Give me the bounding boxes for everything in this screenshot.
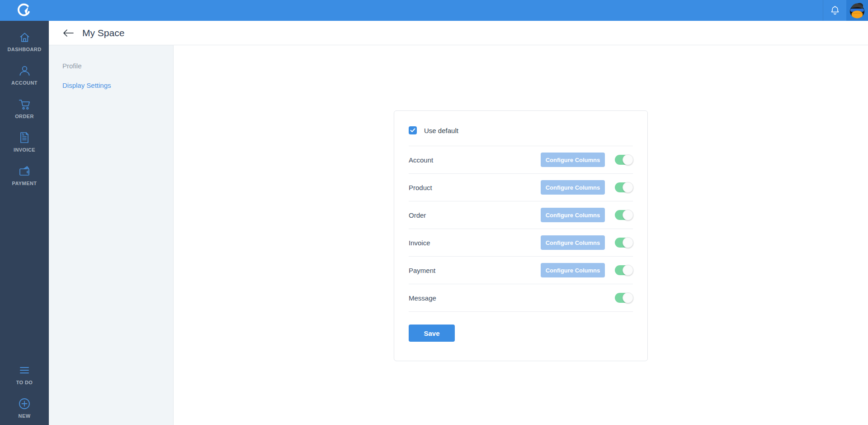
sidebar-item-order[interactable]: ORDER: [0, 98, 49, 119]
setting-row-order: Order Configure Columns: [409, 201, 633, 229]
toggle-invoice[interactable]: [615, 238, 633, 248]
user-menu[interactable]: [846, 0, 868, 21]
row-label: Order: [409, 211, 541, 219]
topbar: [0, 0, 868, 21]
toggle-knob: [623, 182, 633, 193]
setting-row-invoice: Invoice Configure Columns: [409, 229, 633, 257]
user-icon: [19, 64, 31, 77]
wallet-icon: [18, 165, 31, 177]
sidebar-item-label: INVOICE: [14, 147, 35, 153]
sidebar-footer: TO DO NEW: [0, 364, 49, 425]
sidebar-item-label: TO DO: [16, 380, 33, 385]
row-label: Product: [409, 184, 541, 191]
use-default-checkbox[interactable]: [409, 126, 417, 134]
sidebar-item-label: ACCOUNT: [11, 80, 38, 86]
toggle-message[interactable]: [615, 293, 633, 303]
setting-row-account: Account Configure Columns: [409, 146, 633, 174]
toggle-account[interactable]: [615, 155, 633, 165]
cart-icon: [18, 98, 31, 110]
row-label: Payment: [409, 267, 541, 274]
toggle-order[interactable]: [615, 210, 633, 220]
setting-row-message: Message: [409, 284, 633, 312]
settings-subnav: Profile Display Settings: [49, 45, 174, 425]
penguin-avatar: [848, 1, 866, 19]
back-button[interactable]: [62, 28, 74, 38]
hamburger-icon: [19, 364, 30, 377]
setting-row-product: Product Configure Columns: [409, 174, 633, 201]
save-button[interactable]: Save: [409, 325, 455, 342]
setting-row-payment: Payment Configure Columns: [409, 257, 633, 284]
display-settings-card: Use default Account Configure Columns Pr…: [394, 110, 648, 361]
sidebar-item-invoice[interactable]: $ INVOICE: [0, 131, 49, 153]
use-default-label: Use default: [424, 127, 458, 134]
sidebar-item-todo[interactable]: TO DO: [0, 364, 49, 385]
sidebar: DASHBOARD ACCOUNT ORDER: [0, 21, 49, 425]
page-header: My Space: [49, 21, 868, 45]
toggle-knob: [623, 237, 633, 248]
configure-columns-button-payment[interactable]: Configure Columns: [541, 263, 605, 277]
subnav-item-display-settings[interactable]: Display Settings: [62, 81, 173, 89]
use-default-row: Use default: [409, 111, 633, 146]
plus-circle-icon: [18, 397, 31, 410]
sidebar-item-new[interactable]: NEW: [0, 397, 49, 419]
row-label: Message: [409, 294, 615, 302]
home-icon: [19, 31, 31, 43]
sidebar-item-dashboard[interactable]: DASHBOARD: [0, 31, 49, 52]
sidebar-item-payment[interactable]: PAYMENT: [0, 165, 49, 186]
toggle-knob: [623, 154, 633, 165]
row-label: Account: [409, 156, 541, 164]
row-label: Invoice: [409, 239, 541, 247]
toggle-payment[interactable]: [615, 265, 633, 275]
sidebar-item-label: DASHBOARD: [7, 47, 41, 52]
subnav-item-profile[interactable]: Profile: [62, 62, 173, 70]
app-logo[interactable]: [0, 0, 49, 21]
main-area: Use default Account Configure Columns Pr…: [174, 45, 868, 425]
brand-logo-icon: [17, 3, 32, 18]
configure-columns-button-product[interactable]: Configure Columns: [541, 180, 605, 195]
notifications-button[interactable]: [823, 0, 846, 21]
toggle-knob: [623, 265, 633, 276]
configure-columns-button-order[interactable]: Configure Columns: [541, 208, 605, 222]
check-icon: [410, 128, 415, 133]
configure-columns-button-account[interactable]: Configure Columns: [541, 153, 605, 167]
toggle-knob: [623, 292, 633, 303]
bell-icon: [830, 5, 840, 16]
toggle-knob: [623, 210, 633, 220]
page-title: My Space: [82, 28, 124, 38]
configure-columns-button-invoice[interactable]: Configure Columns: [541, 235, 605, 250]
invoice-icon: $: [19, 131, 30, 144]
sidebar-item-label: ORDER: [15, 114, 34, 119]
sidebar-item-label: PAYMENT: [12, 181, 37, 186]
toggle-product[interactable]: [615, 182, 633, 192]
sidebar-item-label: NEW: [19, 413, 31, 419]
sidebar-item-account[interactable]: ACCOUNT: [0, 64, 49, 86]
arrow-left-icon: [62, 28, 74, 38]
